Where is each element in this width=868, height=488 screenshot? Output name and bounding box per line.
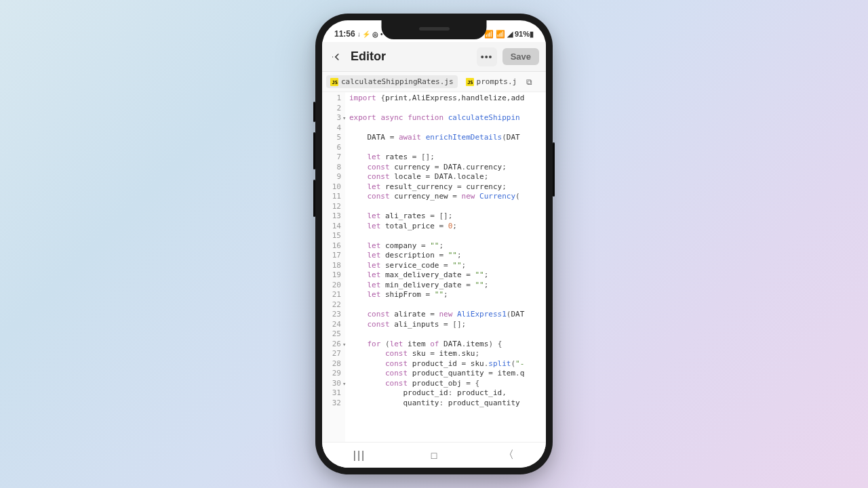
line-number: 19 — [323, 270, 341, 281]
code-line[interactable]: let max_delivery_date = ""; — [349, 270, 524, 281]
file-tabs: JS calculateShippingRates.js JS prompts.… — [322, 72, 546, 92]
fold-icon[interactable]: ▾ — [342, 340, 346, 350]
code-line[interactable]: let total_price = 0; — [349, 222, 524, 232]
code-line[interactable]: const product_quantity = item.q — [349, 369, 524, 379]
recents-button[interactable]: ||| — [346, 449, 373, 462]
tab-label: prompts.j — [477, 77, 517, 86]
line-number: 28 — [323, 359, 341, 369]
side-button — [313, 180, 315, 217]
line-number: 31 — [323, 388, 341, 399]
more-menu-button[interactable]: ••• — [477, 47, 497, 66]
code-line[interactable]: let min_delivery_date = ""; — [349, 281, 524, 291]
tab-prompts[interactable]: JS prompts.j — [462, 75, 521, 88]
android-nav-bar: ||| □ 〈 — [322, 442, 546, 468]
line-number: 2 — [323, 104, 341, 114]
line-number: 9 — [323, 172, 341, 182]
line-number: 8 — [323, 163, 341, 173]
back-button[interactable] — [329, 49, 345, 65]
code-line[interactable]: const currency_new = new Currency( — [349, 192, 524, 202]
app-header: Editor ••• Save — [322, 42, 546, 72]
line-number: 1 — [323, 94, 341, 104]
line-number: 29 — [323, 369, 341, 379]
line-number: 10 — [323, 182, 341, 192]
line-gutter: 123▾456789101112131415161718192021222324… — [322, 92, 345, 442]
code-line[interactable]: import {print,AliExpress,handlelize,add — [349, 94, 524, 104]
phone-frame: 11:56 ↓ ⚡ ◎ • 🔕 📶 📶 ◢ 91%▮ Editor ••• Sa… — [315, 14, 553, 474]
line-number: 30▾ — [323, 379, 341, 389]
js-file-icon: JS — [466, 78, 474, 86]
line-number: 32 — [323, 399, 341, 409]
fold-icon[interactable]: ▾ — [342, 113, 346, 123]
tab-label: calculateShippingRates.js — [341, 77, 454, 86]
code-line[interactable]: quantity: product_quantity — [349, 399, 524, 409]
line-number: 3▾ — [323, 113, 341, 123]
code-line[interactable]: for (let item of DATA.items) { — [349, 340, 524, 350]
code-line[interactable]: export async function calculateShippin — [349, 113, 524, 123]
code-line[interactable] — [349, 202, 524, 212]
line-number: 27 — [323, 349, 341, 359]
code-line[interactable] — [349, 104, 524, 114]
code-line[interactable]: const product_obj = { — [349, 379, 524, 389]
page-title: Editor — [351, 49, 471, 64]
power-button — [553, 142, 555, 197]
line-number: 7 — [323, 152, 341, 163]
js-file-icon: JS — [330, 78, 338, 86]
code-line[interactable]: const sku = item.sku; — [349, 349, 524, 359]
line-number: 18 — [323, 261, 341, 271]
code-line[interactable]: let company = ""; — [349, 241, 524, 251]
line-number: 24 — [323, 320, 341, 330]
code-line[interactable]: let ali_rates = []; — [349, 211, 524, 222]
code-line[interactable]: let description = ""; — [349, 251, 524, 261]
code-line[interactable]: let service_code = ""; — [349, 261, 524, 271]
line-number: 25 — [323, 329, 341, 340]
tab-calculate-shipping[interactable]: JS calculateShippingRates.js — [326, 75, 458, 88]
code-line[interactable] — [349, 123, 524, 134]
fold-icon[interactable]: ▾ — [342, 379, 346, 389]
phone-notch — [382, 20, 487, 39]
line-number: 12 — [323, 202, 341, 212]
status-left-icons: ↓ ⚡ ◎ • — [357, 30, 383, 38]
line-number: 22 — [323, 300, 341, 310]
line-number: 11 — [323, 192, 341, 202]
code-line[interactable] — [349, 143, 524, 153]
line-number: 15 — [323, 231, 341, 241]
back-nav-button[interactable]: 〈 — [495, 448, 522, 462]
code-content[interactable]: import {print,AliExpress,handlelize,adde… — [345, 92, 528, 442]
code-line[interactable] — [349, 329, 524, 340]
status-time: 11:56 — [334, 29, 355, 39]
code-line[interactable]: let result_currency = currency; — [349, 182, 524, 192]
line-number: 17 — [323, 251, 341, 261]
line-number: 16 — [323, 241, 341, 251]
code-line[interactable]: DATA = await enrichItemDetails(DAT — [349, 133, 524, 143]
code-editor[interactable]: 123▾456789101112131415161718192021222324… — [322, 92, 546, 442]
line-number: 21 — [323, 290, 341, 300]
phone-screen: 11:56 ↓ ⚡ ◎ • 🔕 📶 📶 ◢ 91%▮ Editor ••• Sa… — [322, 20, 546, 468]
copy-icon[interactable]: ⧉ — [526, 77, 532, 87]
code-line[interactable]: const locale = DATA.locale; — [349, 172, 524, 182]
volume-down-button — [313, 132, 315, 169]
volume-up-button — [313, 102, 315, 122]
line-number: 23 — [323, 310, 341, 320]
code-line[interactable] — [349, 231, 524, 241]
line-number: 13 — [323, 211, 341, 222]
code-line[interactable]: const ali_inputs = []; — [349, 320, 524, 330]
line-number: 26▾ — [323, 340, 341, 350]
home-button[interactable]: □ — [420, 449, 448, 462]
code-line[interactable]: product_id: product_id, — [349, 388, 524, 399]
code-line[interactable] — [349, 300, 524, 310]
code-line[interactable]: const currency = DATA.currency; — [349, 163, 524, 173]
line-number: 4 — [323, 123, 341, 134]
code-line[interactable]: const alirate = new AliExpress1(DAT — [349, 310, 524, 320]
save-button[interactable]: Save — [502, 48, 539, 65]
code-line[interactable]: const product_id = sku.split("- — [349, 359, 524, 369]
line-number: 5 — [323, 133, 341, 143]
code-line[interactable]: let shipFrom = ""; — [349, 290, 524, 300]
code-line[interactable]: let rates = []; — [349, 152, 524, 163]
line-number: 6 — [323, 143, 341, 153]
line-number: 20 — [323, 281, 341, 291]
line-number: 14 — [323, 222, 341, 232]
